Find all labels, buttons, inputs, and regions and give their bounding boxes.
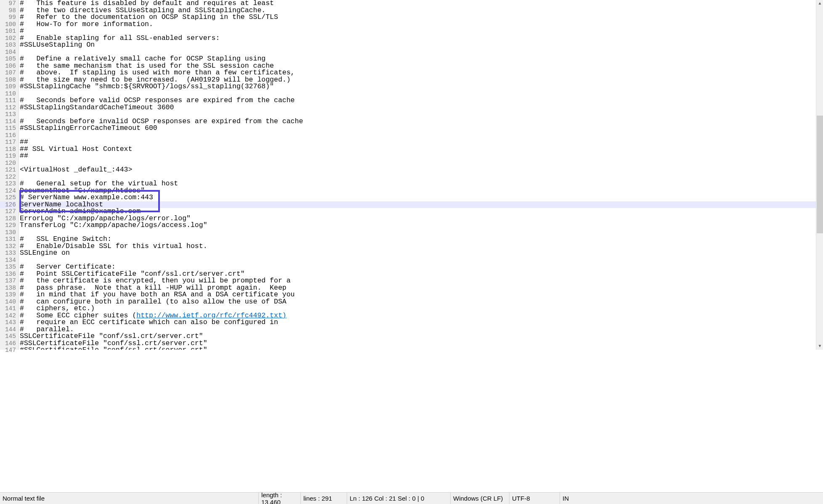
line-number[interactable]: 126 (0, 201, 16, 208)
code-text-area[interactable]: # This feature is disabled by default an… (19, 0, 823, 350)
code-line[interactable]: #SSLCertificateFile "conf/ssl.crt/server… (19, 347, 823, 350)
code-line[interactable]: SSLEngine on (19, 250, 823, 257)
code-line[interactable]: # can configure both in parallel (to als… (19, 298, 823, 306)
status-insert-mode: IN (560, 493, 823, 504)
line-number[interactable]: 129 (0, 222, 16, 229)
line-number[interactable]: 106 (0, 63, 16, 70)
line-number[interactable]: 101 (0, 28, 16, 35)
line-number[interactable]: 107 (0, 69, 16, 77)
scrollbar-arrow-down-icon[interactable]: ▼ (816, 343, 823, 350)
editor-container: 9798991001011021031041051061071081091101… (0, 0, 823, 350)
code-line[interactable] (19, 132, 823, 139)
line-number[interactable]: 113 (0, 111, 16, 118)
line-number[interactable]: 105 (0, 55, 16, 63)
status-encoding: UTF-8 (510, 493, 560, 504)
line-number[interactable]: 114 (0, 118, 16, 125)
line-number[interactable]: 121 (0, 166, 16, 174)
status-position: Ln : 126 Col : 21 Sel : 0 | 0 (347, 493, 451, 504)
code-line[interactable] (19, 160, 823, 167)
line-number[interactable]: 139 (0, 291, 16, 298)
line-number[interactable]: 124 (0, 187, 16, 195)
status-bar: Normal text file length : 13,460 lines :… (0, 492, 823, 504)
line-number[interactable]: 128 (0, 215, 16, 222)
line-number[interactable]: 127 (0, 208, 16, 215)
line-number[interactable]: 145 (0, 333, 16, 340)
line-number[interactable]: 123 (0, 180, 16, 187)
line-number[interactable]: 133 (0, 250, 16, 257)
line-number[interactable]: 109 (0, 83, 16, 90)
line-number[interactable]: 119 (0, 153, 16, 160)
code-line[interactable]: # Enable/Disable SSL for this virtual ho… (19, 243, 823, 250)
line-number[interactable]: 115 (0, 125, 16, 132)
code-line[interactable]: <VirtualHost _default_:443> (19, 166, 823, 174)
line-number[interactable]: 118 (0, 146, 16, 153)
line-number[interactable]: 140 (0, 298, 16, 306)
line-number[interactable]: 98 (0, 7, 16, 14)
line-number[interactable]: 117 (0, 139, 16, 146)
code-line[interactable]: ## (19, 153, 823, 160)
code-line[interactable] (19, 257, 823, 264)
line-number[interactable]: 147 (0, 347, 16, 354)
line-number[interactable]: 135 (0, 264, 16, 271)
line-number[interactable]: 132 (0, 243, 16, 250)
editor-main: 9798991001011021031041051061071081091101… (0, 0, 823, 492)
line-number[interactable]: 137 (0, 277, 16, 285)
code-line[interactable]: ## SSL Virtual Host Context (19, 146, 823, 153)
code-line[interactable]: # Enable stapling for all SSL-enabled se… (19, 35, 823, 42)
line-number[interactable]: 111 (0, 97, 16, 104)
line-number[interactable]: 130 (0, 229, 16, 236)
code-line[interactable]: #SSLUseStapling On (19, 42, 823, 49)
line-number[interactable]: 131 (0, 236, 16, 243)
scrollbar-arrow-up-icon[interactable]: ▲ (816, 0, 823, 7)
line-number[interactable]: 136 (0, 271, 16, 278)
status-eol: Windows (CR LF) (451, 493, 510, 504)
line-number[interactable]: 108 (0, 77, 16, 84)
code-line[interactable]: #SSLStaplingErrorCacheTimeout 600 (19, 125, 823, 132)
code-line[interactable] (19, 229, 823, 236)
code-line[interactable]: # ServerName www.example.com:443 (19, 194, 823, 201)
line-number[interactable]: 141 (0, 305, 16, 312)
line-number[interactable]: 146 (0, 340, 16, 347)
line-number[interactable]: 144 (0, 326, 16, 333)
code-line[interactable]: TransferLog "C:/xampp/apache/logs/access… (19, 222, 823, 229)
code-line[interactable]: # require an ECC certificate which can a… (19, 319, 823, 326)
vertical-scrollbar[interactable]: ▲ ▼ (816, 0, 823, 350)
status-length: length : 13,460 (259, 493, 301, 504)
line-number[interactable]: 110 (0, 90, 16, 98)
scrollbar-thumb[interactable] (817, 116, 823, 233)
line-number[interactable]: 97 (0, 0, 16, 7)
line-number[interactable]: 116 (0, 132, 16, 139)
line-number[interactable]: 142 (0, 312, 16, 319)
line-number[interactable]: 104 (0, 49, 16, 56)
line-number[interactable]: 122 (0, 174, 16, 181)
line-number[interactable]: 102 (0, 35, 16, 42)
line-number[interactable]: 100 (0, 21, 16, 28)
line-number[interactable]: 125 (0, 194, 16, 201)
status-lines: lines : 291 (301, 493, 347, 504)
code-line[interactable]: #SSLStaplingStandardCacheTimeout 3600 (19, 104, 823, 111)
line-number[interactable]: 112 (0, 104, 16, 111)
code-line[interactable]: # How-To for more information. (19, 21, 823, 28)
code-line[interactable]: #SSLStaplingCache "shmcb:${SRVROOT}/logs… (19, 83, 823, 90)
line-number[interactable]: 103 (0, 42, 16, 49)
status-file-type: Normal text file (0, 493, 259, 504)
line-number-gutter[interactable]: 9798991001011021031041051061071081091101… (0, 0, 19, 350)
line-number[interactable]: 99 (0, 14, 16, 21)
code-line[interactable]: ## (19, 139, 823, 146)
line-number[interactable]: 120 (0, 160, 16, 167)
line-number[interactable]: 138 (0, 285, 16, 292)
line-number[interactable]: 143 (0, 319, 16, 326)
line-number[interactable]: 134 (0, 257, 16, 264)
